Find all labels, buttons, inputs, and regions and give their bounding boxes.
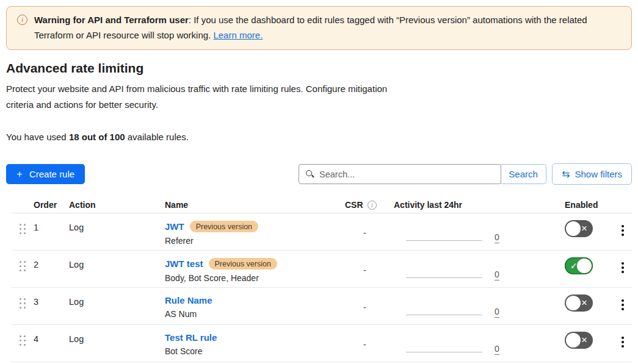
enabled-toggle[interactable]: [565, 257, 593, 274]
rule-order: 1: [34, 213, 69, 250]
rule-name-cell: JWT test Previous version Body, Bot Scor…: [165, 251, 345, 287]
rule-action: Log: [69, 288, 165, 324]
activity-sparkline: [406, 315, 482, 315]
search-input[interactable]: [299, 164, 501, 184]
header-enabled: Enabled: [549, 200, 614, 210]
previous-version-badge: Previous version: [209, 258, 277, 269]
page-description: Protect your website and API from malici…: [6, 81, 388, 113]
table-row: 1 Log JWT Previous version Referer - 0: [11, 213, 632, 251]
rule-activity-cell: 0: [394, 325, 549, 362]
rule-activity-cell: 0: [394, 288, 549, 324]
show-filters-label: Show filters: [575, 169, 622, 179]
rule-csr-value: -: [345, 251, 394, 287]
kebab-menu-icon[interactable]: [622, 337, 624, 362]
rule-order: 2: [34, 251, 69, 287]
rule-order: 3: [34, 288, 69, 324]
header-action: Action: [69, 200, 165, 210]
table-header-row: Order Action Name CSR i Activity last 24…: [11, 197, 632, 213]
usage-suffix: available rules.: [125, 132, 189, 142]
table-row: 3 Log Rule Name AS Num - 0: [11, 288, 632, 325]
header-activity: Activity last 24hr: [394, 200, 549, 210]
rule-action: Log: [69, 213, 165, 250]
show-filters-button[interactable]: ⇆ Show filters: [552, 163, 632, 185]
drag-handle-icon[interactable]: [20, 261, 26, 287]
kebab-menu-icon[interactable]: [622, 262, 624, 287]
rule-name-link[interactable]: JWT test: [165, 259, 203, 269]
table-row: 4 Log Test RL rule Bot Score - 0: [11, 325, 632, 362]
kebab-menu-icon[interactable]: [622, 225, 624, 250]
enabled-toggle[interactable]: [565, 294, 593, 312]
toolbar: + Create rule Search ⇆ Show filters: [6, 163, 632, 185]
create-rule-label: Create rule: [29, 169, 74, 179]
kebab-menu-icon[interactable]: [622, 299, 624, 324]
search-box: [299, 164, 501, 184]
rule-activity-cell: 0: [394, 213, 549, 250]
rule-criteria: AS Num: [165, 309, 345, 319]
rule-name-link[interactable]: Rule Name: [165, 295, 212, 305]
header-csr: CSR i: [345, 200, 394, 210]
header-order: Order: [34, 200, 69, 210]
rule-name-cell: Test RL rule Bot Score: [165, 325, 345, 362]
enabled-toggle[interactable]: [565, 332, 593, 349]
page-title: Advanced rate limiting: [6, 61, 638, 76]
activity-count-link[interactable]: 0: [495, 307, 499, 318]
create-rule-button[interactable]: + Create rule: [6, 164, 85, 184]
swap-arrows-icon: ⇆: [562, 170, 570, 179]
header-name: Name: [165, 200, 345, 210]
rule-criteria: Body, Bot Score, Header: [165, 273, 345, 283]
previous-version-badge: Previous version: [190, 221, 258, 232]
rule-csr-value: -: [345, 213, 394, 250]
enabled-toggle[interactable]: [565, 220, 593, 237]
rule-csr-value: -: [345, 325, 394, 362]
csr-info-icon[interactable]: i: [368, 201, 377, 210]
rules-table: Order Action Name CSR i Activity last 24…: [11, 197, 632, 362]
rule-name-cell: Rule Name AS Num: [165, 288, 345, 324]
rule-criteria: Bot Score: [165, 346, 345, 356]
rule-order: 4: [34, 325, 69, 362]
usage-count: 18 out of 100: [69, 132, 125, 142]
warning-text: Warning for API and Terraform user: If y…: [34, 12, 619, 43]
rule-name-cell: JWT Previous version Referer: [165, 213, 345, 250]
warning-title: Warning for API and Terraform user: [34, 15, 189, 25]
search-button[interactable]: Search: [500, 164, 546, 184]
drag-handle-icon[interactable]: [20, 335, 26, 362]
rule-action: Log: [69, 325, 165, 362]
search-icon: [306, 170, 312, 176]
drag-handle-icon[interactable]: [20, 298, 26, 324]
warning-banner: i Warning for API and Terraform user: If…: [6, 6, 632, 50]
rule-activity-cell: 0: [394, 251, 549, 287]
activity-sparkline: [406, 240, 482, 241]
rule-csr-value: -: [345, 288, 394, 324]
rule-criteria: Referer: [165, 236, 345, 246]
activity-count-link[interactable]: 0: [495, 233, 499, 243]
activity-sparkline: [406, 277, 482, 278]
info-icon: i: [17, 15, 27, 25]
drag-handle-icon[interactable]: [20, 224, 26, 250]
rules-usage-text: You have used 18 out of 100 available ru…: [6, 132, 638, 142]
table-row: 2 Log JWT test Previous version Body, Bo…: [11, 251, 632, 288]
rule-name-link[interactable]: JWT: [165, 221, 184, 232]
header-csr-label: CSR: [345, 200, 363, 210]
rule-name-link[interactable]: Test RL rule: [165, 332, 217, 343]
rule-action: Log: [69, 251, 165, 287]
activity-count-link[interactable]: 0: [495, 344, 499, 355]
usage-prefix: You have used: [6, 132, 69, 142]
plus-icon: +: [16, 168, 23, 180]
activity-sparkline: [406, 352, 482, 352]
activity-count-link[interactable]: 0: [495, 270, 499, 280]
learn-more-link[interactable]: Learn more.: [213, 30, 263, 40]
